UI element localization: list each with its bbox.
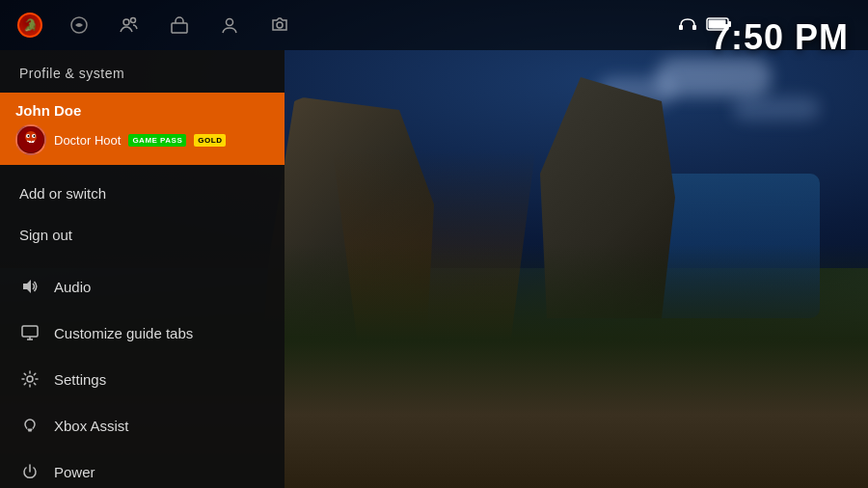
gamertag-text: Doctor Hoot [54, 133, 121, 148]
nav-home[interactable] [66, 12, 93, 39]
xbox-assist-label: Xbox Assist [54, 418, 129, 434]
battery-icon [706, 16, 733, 32]
badge-gamepass: GAME PASS [128, 134, 186, 147]
power-label: Power [54, 464, 95, 480]
svg-point-4 [227, 19, 233, 26]
sign-out-item[interactable]: Sign out [0, 214, 285, 256]
svg-rect-7 [692, 25, 696, 30]
user-nav-avatar[interactable]: 🐊 [17, 13, 42, 38]
status-icons [677, 14, 733, 35]
gear-icon [19, 368, 41, 390]
badge-gold: GOLD [194, 134, 226, 147]
nav-social[interactable] [116, 12, 143, 39]
monitor-icon [19, 322, 41, 343]
svg-rect-20 [22, 326, 38, 337]
xbox-assist-item[interactable]: Xbox Assist [0, 402, 285, 448]
svg-point-2 [131, 18, 136, 23]
nav-store[interactable] [166, 12, 193, 39]
svg-rect-9 [728, 21, 731, 27]
nav-capture[interactable] [266, 12, 293, 39]
svg-point-16 [34, 135, 36, 137]
user-name: John Doe [15, 102, 269, 119]
svg-point-5 [277, 22, 283, 28]
settings-item[interactable]: Settings [0, 356, 285, 402]
svg-point-15 [28, 135, 30, 137]
nav-profile[interactable] [216, 12, 243, 39]
svg-point-21 [27, 376, 33, 382]
svg-rect-3 [172, 23, 187, 33]
headset-icon [677, 14, 698, 35]
avatar-face [17, 126, 44, 153]
power-item[interactable]: Power [0, 448, 285, 488]
svg-rect-22 [28, 429, 33, 431]
user-gamertag-row: Doctor Hoot GAME PASS GOLD [15, 124, 269, 155]
user-account-item[interactable]: John Doe [0, 93, 285, 165]
settings-label: Settings [54, 371, 106, 388]
svg-rect-17 [29, 141, 31, 143]
profile-system-panel: Profile & system John Doe [0, 50, 285, 488]
svg-point-1 [123, 19, 129, 25]
svg-rect-6 [679, 25, 683, 30]
customize-guide-label: Customize guide tabs [54, 325, 193, 341]
audio-label: Audio [54, 279, 91, 295]
svg-rect-10 [709, 20, 726, 29]
svg-rect-18 [32, 141, 34, 143]
svg-rect-23 [28, 430, 32, 432]
customize-guide-item[interactable]: Customize guide tabs [0, 310, 285, 356]
audio-item[interactable]: Audio [0, 263, 285, 310]
svg-marker-19 [23, 280, 31, 293]
add-switch-item[interactable]: Add or switch [0, 173, 285, 214]
power-icon [19, 461, 41, 482]
panel-title: Profile & system [0, 50, 285, 93]
user-avatar [15, 124, 46, 155]
audio-icon [19, 276, 41, 297]
bulb-icon [19, 415, 41, 436]
